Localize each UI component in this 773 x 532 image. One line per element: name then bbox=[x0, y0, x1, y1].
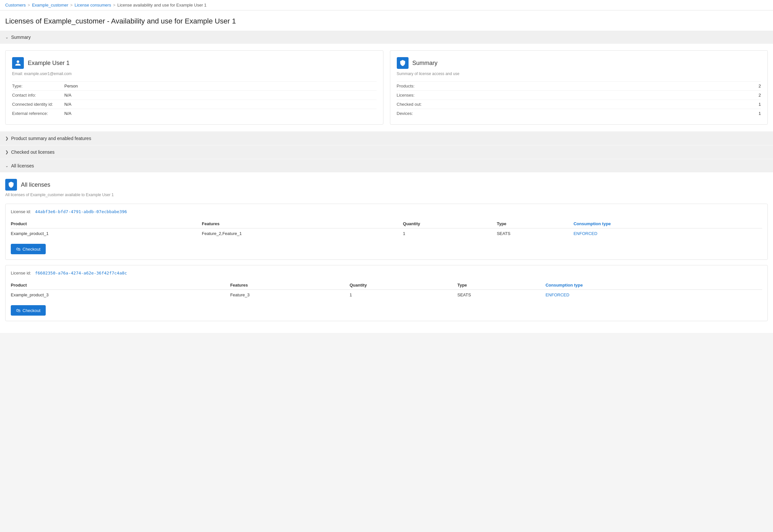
user-extref-value: N/A bbox=[64, 111, 376, 116]
all-licenses-section: ⌄ All licenses All licenses All licenses… bbox=[0, 159, 773, 333]
user-person-icon bbox=[12, 57, 24, 69]
cell-features-2-1: Feature_3 bbox=[230, 290, 350, 300]
stat-devices-label: Devices: bbox=[397, 111, 759, 116]
page-title: Licenses of Example_customer - Availabil… bbox=[0, 10, 773, 31]
cell-type-1-1: SEATS bbox=[497, 228, 574, 239]
all-licenses-section-label: All licenses bbox=[11, 163, 34, 168]
all-licenses-chevron-icon: ⌄ bbox=[5, 164, 8, 168]
col-product-1: Product bbox=[11, 219, 202, 228]
cell-quantity-1-1: 1 bbox=[403, 228, 497, 239]
all-licenses-shield-icon bbox=[5, 179, 17, 191]
summary-card-subtitle: Summary of license access and use bbox=[397, 71, 761, 76]
stat-devices-value: 1 bbox=[759, 111, 761, 116]
summary-card-title: Summary bbox=[413, 60, 438, 67]
checkout-button-2[interactable]: 🛍 Checkout bbox=[11, 305, 46, 316]
product-summary-section: ❯ Product summary and enabled features bbox=[0, 132, 773, 145]
user-identity-row: Connected identity id: N/A bbox=[12, 100, 376, 109]
all-licenses-section-content: All licenses All licenses of Example_cus… bbox=[0, 172, 773, 333]
license-table-2-header-row: Product Features Quantity Type Consumpti… bbox=[11, 281, 762, 290]
summary-chevron-icon: ⌄ bbox=[5, 35, 8, 39]
cell-consumption-2-1: ENFORCED bbox=[545, 290, 762, 300]
user-extref-row: External reference: N/A bbox=[12, 109, 376, 118]
col-quantity-2: Quantity bbox=[349, 281, 457, 290]
table-row: Example_product_3 Feature_3 1 SEATS ENFO… bbox=[11, 290, 762, 300]
summary-section-header[interactable]: ⌄ Summary bbox=[0, 31, 773, 44]
license-block-2: License id: f6602350-a76a-4274-a62e-36f4… bbox=[5, 265, 768, 321]
col-product-2: Product bbox=[11, 281, 230, 290]
summary-stats-card: Summary Summary of license access and us… bbox=[390, 50, 768, 125]
user-card-title: Example User 1 bbox=[28, 60, 70, 67]
cell-features-1-1: Feature_2,Feature_1 bbox=[202, 228, 403, 239]
breadcrumb: Customers > Example_customer > License c… bbox=[0, 0, 773, 10]
stat-products-value: 2 bbox=[759, 84, 761, 88]
breadcrumb-customers[interactable]: Customers bbox=[5, 3, 26, 8]
user-type-label: Type: bbox=[12, 84, 64, 88]
user-identity-label: Connected identity id: bbox=[12, 102, 64, 107]
cell-quantity-2-1: 1 bbox=[349, 290, 457, 300]
user-email: Email: example.user1@email.com bbox=[12, 71, 376, 76]
stat-checkedout-value: 1 bbox=[759, 102, 761, 107]
col-consumption-2: Consumption type bbox=[545, 281, 762, 290]
cell-product-1-1: Example_product_1 bbox=[11, 228, 202, 239]
license-table-2-head: Product Features Quantity Type Consumpti… bbox=[11, 281, 762, 290]
col-type-1: Type bbox=[497, 219, 574, 228]
breadcrumb-sep-1: > bbox=[28, 3, 30, 8]
all-licenses-section-header[interactable]: ⌄ All licenses bbox=[0, 159, 773, 172]
cell-product-2-1: Example_product_3 bbox=[11, 290, 230, 300]
breadcrumb-example-customer[interactable]: Example_customer bbox=[32, 3, 68, 8]
col-type-2: Type bbox=[457, 281, 545, 290]
checkout-button-1[interactable]: 🛍 Checkout bbox=[11, 244, 46, 254]
checkout-label-2: Checkout bbox=[23, 308, 40, 313]
summary-section: ⌄ Summary Example User 1 Email: example.… bbox=[0, 31, 773, 131]
checked-out-section: ❯ Checked out licenses bbox=[0, 146, 773, 159]
license-id-label-2: License id: bbox=[11, 271, 31, 275]
col-features-2: Features bbox=[230, 281, 350, 290]
user-type-row: Type: Person bbox=[12, 81, 376, 90]
stat-checkedout-row: Checked out: 1 bbox=[397, 100, 761, 109]
shield-icon bbox=[397, 57, 409, 69]
stat-products-label: Products: bbox=[397, 84, 759, 88]
all-licenses-header: All licenses bbox=[5, 179, 768, 191]
stat-checkedout-label: Checked out: bbox=[397, 102, 759, 107]
license-table-1: Product Features Quantity Type Consumpti… bbox=[11, 219, 762, 239]
user-contact-row: Contact info: N/A bbox=[12, 90, 376, 100]
license-id-row-2: License id: f6602350-a76a-4274-a62e-36f4… bbox=[11, 271, 762, 275]
license-id-label-1: License id: bbox=[11, 209, 31, 214]
table-row: Example_product_1 Feature_2,Feature_1 1 … bbox=[11, 228, 762, 239]
license-table-2-body: Example_product_3 Feature_3 1 SEATS ENFO… bbox=[11, 290, 762, 300]
col-quantity-1: Quantity bbox=[403, 219, 497, 228]
checked-out-chevron-icon: ❯ bbox=[5, 150, 8, 154]
user-info-rows: Type: Person Contact info: N/A Connected… bbox=[12, 81, 376, 118]
user-type-value: Person bbox=[64, 84, 376, 88]
all-licenses-title: All licenses bbox=[21, 181, 50, 188]
breadcrumb-sep-2: > bbox=[70, 3, 72, 8]
license-id-value-2: f6602350-a76a-4274-a62e-36f42f7c4a8c bbox=[35, 271, 127, 275]
stat-licenses-row: Licenses: 2 bbox=[397, 90, 761, 100]
col-features-1: Features bbox=[202, 219, 403, 228]
breadcrumb-sep-3: > bbox=[113, 3, 115, 8]
license-id-value-1: 44abf3e6-bfd7-4791-abdb-07ecbbabe396 bbox=[35, 209, 127, 214]
checkout-icon-2: 🛍 bbox=[16, 308, 21, 313]
summary-stats: Products: 2 Licenses: 2 Checked out: 1 D… bbox=[397, 81, 761, 118]
stat-products-row: Products: 2 bbox=[397, 81, 761, 90]
col-consumption-1: Consumption type bbox=[574, 219, 762, 228]
checked-out-section-label: Checked out licenses bbox=[11, 149, 55, 155]
product-summary-section-header[interactable]: ❯ Product summary and enabled features bbox=[0, 132, 773, 145]
license-block-1: License id: 44abf3e6-bfd7-4791-abdb-07ec… bbox=[5, 204, 768, 260]
summary-section-content: Example User 1 Email: example.user1@emai… bbox=[0, 44, 773, 131]
stat-devices-row: Devices: 1 bbox=[397, 109, 761, 118]
cell-type-2-1: SEATS bbox=[457, 290, 545, 300]
user-identity-value: N/A bbox=[64, 102, 376, 107]
license-table-1-head: Product Features Quantity Type Consumpti… bbox=[11, 219, 762, 228]
user-card-header: Example User 1 bbox=[12, 57, 376, 69]
user-card: Example User 1 Email: example.user1@emai… bbox=[5, 50, 383, 125]
stat-licenses-label: Licenses: bbox=[397, 93, 759, 98]
checked-out-section-header[interactable]: ❯ Checked out licenses bbox=[0, 146, 773, 159]
product-summary-section-label: Product summary and enabled features bbox=[11, 136, 91, 141]
license-table-1-header-row: Product Features Quantity Type Consumpti… bbox=[11, 219, 762, 228]
cell-consumption-1-1: ENFORCED bbox=[574, 228, 762, 239]
user-extref-label: External reference: bbox=[12, 111, 64, 116]
product-summary-chevron-icon: ❯ bbox=[5, 136, 8, 141]
summary-card-header: Summary bbox=[397, 57, 761, 69]
breadcrumb-license-consumers[interactable]: License consumers bbox=[74, 3, 111, 8]
